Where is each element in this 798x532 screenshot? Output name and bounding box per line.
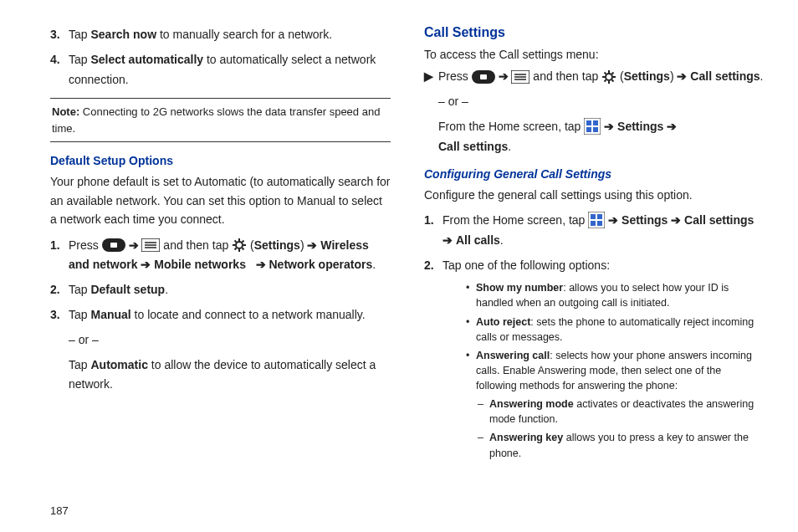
step-number: 2.: [424, 256, 442, 276]
svg-line-12: [243, 248, 244, 249]
gear-icon: [232, 238, 247, 253]
text: .: [372, 258, 376, 271]
arrow-icon: ➔: [667, 120, 677, 133]
menu-key-icon: [511, 70, 529, 84]
bold-term: Call settings: [438, 140, 508, 153]
text: .: [500, 233, 504, 247]
svg-line-27: [612, 79, 614, 81]
step-number: 1.: [424, 211, 442, 251]
paragraph: Your phone default is set to Automatic (…: [50, 172, 391, 228]
note-box: Note: Connecting to 2G networks slows th…: [50, 98, 391, 142]
paragraph: To access the Call settings menu:: [424, 45, 765, 64]
text: .: [508, 140, 511, 153]
svg-rect-32: [593, 120, 598, 125]
bold-term: All calls: [456, 233, 500, 247]
arrow-icon: ➔: [129, 238, 139, 252]
text: Tap: [69, 28, 90, 41]
bold-term: Settings: [622, 213, 671, 227]
bullet-icon: •: [466, 280, 476, 310]
text: From the Home screen, tap: [442, 213, 588, 227]
arrow-icon: ➔: [604, 120, 614, 133]
step-number: 3.: [50, 305, 69, 395]
heading-call-settings: Call Settings: [424, 25, 765, 40]
bullet-icon: •: [466, 348, 476, 393]
svg-rect-1: [110, 243, 117, 248]
ds-step-3: 3. Tap Manual to locate and connect to a…: [50, 305, 391, 395]
arrow-icon: ➔: [671, 213, 681, 227]
bold-term: Automatic: [90, 358, 147, 371]
step-3: 3. Tap Search now to manually search for…: [50, 25, 391, 45]
text: .: [760, 69, 764, 83]
menu-key-icon: [141, 238, 160, 252]
options-list: • Show my number: allows you to select h…: [424, 280, 765, 460]
cs-step-1: 1. From the Home screen, tap ➔ Settings …: [424, 211, 765, 251]
text: to locate and connect to a network manua…: [131, 308, 366, 321]
bold-term: Select automatically: [90, 53, 203, 66]
text: Tap: [69, 358, 90, 371]
heading-configuring: Configuring General Call Settings: [424, 167, 765, 181]
text: Press: [69, 238, 102, 252]
gear-icon: [601, 69, 616, 84]
arrow-icon: ➔: [141, 258, 151, 271]
svg-rect-38: [591, 221, 596, 226]
bold-term: Answering mode: [489, 398, 574, 410]
bullet-item: • Answering call: selects how your phone…: [454, 348, 765, 393]
step-number: 4.: [50, 50, 69, 90]
note-text: Connecting to 2G networks slows the data…: [52, 105, 380, 135]
home-key-icon: [102, 238, 125, 252]
ds-step-2: 2. Tap Default setup.: [50, 280, 391, 300]
bold-term: Auto reject: [476, 316, 530, 328]
apps-grid-icon: [584, 118, 601, 135]
bold-term: Manual: [90, 308, 130, 321]
svg-line-28: [605, 79, 606, 81]
bold-term: Mobile networks: [154, 258, 246, 271]
text: .: [165, 283, 168, 296]
text: Press: [438, 69, 472, 83]
step-number: 2.: [50, 280, 69, 300]
bold-term: Answering key: [489, 432, 563, 443]
svg-point-6: [236, 242, 243, 248]
arrow-icon: ➔: [677, 69, 687, 83]
bold-term: Settings: [617, 120, 667, 133]
text: and then tap: [163, 238, 232, 252]
svg-line-29: [612, 72, 614, 74]
svg-line-14: [243, 240, 244, 242]
bold-term: Show my number: [476, 282, 563, 294]
dash-icon: –: [478, 430, 489, 460]
svg-line-13: [235, 248, 237, 249]
access-step: ▶ Press ➔ and then tap (Settings) ➔ Call…: [424, 67, 765, 156]
apps-grid-icon: [588, 212, 605, 228]
text: Tap: [69, 53, 90, 66]
bold-term: Settings: [254, 238, 300, 252]
svg-rect-16: [480, 74, 487, 79]
bold-term: Network operators: [269, 258, 373, 271]
text: Tap: [69, 308, 90, 321]
triangle-bullet-icon: ▶: [424, 67, 438, 156]
bullet-icon: •: [466, 315, 476, 345]
note-label: Note:: [52, 105, 79, 118]
svg-rect-36: [591, 214, 596, 219]
arrow-icon: ➔: [499, 69, 509, 83]
heading-default-setup: Default Setup Options: [50, 154, 391, 167]
arrow-icon: ➔: [307, 238, 317, 252]
right-column: Call Settings To access the Call setting…: [424, 25, 765, 464]
dash-item: – Answering mode activates or deactivate…: [454, 396, 765, 427]
svg-rect-39: [597, 221, 602, 226]
step-number: 3.: [50, 25, 69, 45]
dash-icon: –: [478, 396, 489, 427]
cs-step-2: 2. Tap one of the following options:: [424, 256, 765, 276]
dash-item: – Answering key allows you to press a ke…: [454, 430, 765, 460]
paragraph: Configure the general call settings usin…: [424, 186, 765, 204]
left-column: 3. Tap Search now to manually search for…: [50, 25, 391, 464]
svg-line-26: [605, 72, 606, 74]
step-4: 4. Tap Select automatically to automatic…: [50, 50, 391, 90]
text: Tap: [69, 283, 90, 296]
svg-line-11: [235, 240, 237, 242]
text: From the Home screen, tap: [438, 120, 584, 133]
bold-term: Call settings: [684, 213, 754, 227]
arrow-icon: ➔: [256, 258, 266, 271]
home-key-icon: [472, 70, 495, 84]
page-number: 187: [50, 504, 69, 517]
text: ): [670, 69, 674, 83]
text: ): [300, 238, 304, 252]
